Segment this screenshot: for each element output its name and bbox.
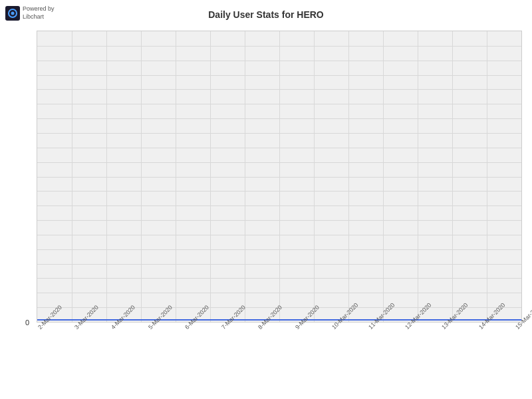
x-axis-labels: 2-Mar-20203-Mar-20204-Mar-20205-Mar-2020… [37, 326, 522, 392]
chart-background [37, 31, 521, 322]
chart-plot-area [37, 31, 522, 323]
y-axis-zero-label: 0 [25, 319, 29, 327]
chart-container: Powered byLibchart Daily User Stats for … [0, 0, 532, 399]
chart-title: Daily User Stats for HERO [0, 9, 532, 20]
